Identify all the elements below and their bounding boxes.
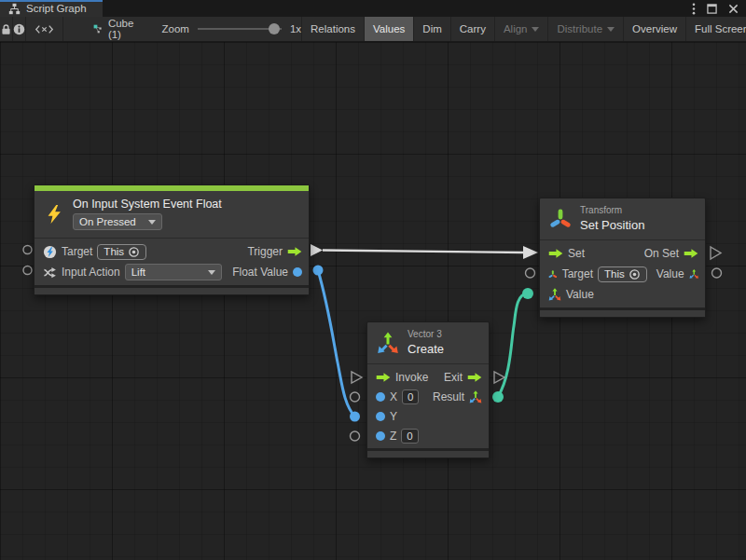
tab-active-indicator [0, 0, 103, 2]
exit-port-label: Exit [444, 371, 463, 384]
relations-button[interactable]: Relations [301, 17, 364, 41]
distribute-button[interactable]: Distribute [547, 17, 623, 41]
graph-toolbar: Cube (1) Zoom 1x Relations Values Dim Ca… [0, 17, 746, 42]
wire-floatvalue-to-y[interactable] [318, 270, 355, 417]
z-port-icon [376, 431, 385, 441]
overview-button[interactable]: Overview [623, 17, 685, 41]
target-port-label: Target [62, 245, 92, 258]
transform-target-object-button[interactable]: This [598, 266, 647, 282]
target-port-label: Target [562, 267, 593, 280]
lightning-bolt-icon [44, 204, 64, 225]
inspect-button[interactable] [13, 17, 26, 41]
zoom-control: Zoom 1x [162, 17, 302, 41]
port-event-inputaction-in[interactable] [23, 266, 32, 275]
dim-button[interactable]: Dim [413, 17, 449, 41]
invoke-port-label: Invoke [395, 371, 428, 384]
input-action-dropdown[interactable]: Lift [125, 264, 222, 280]
port-onset-out[interactable] [711, 247, 721, 259]
full-screen-button[interactable]: Full Screen [685, 17, 746, 41]
object-picker-icon [629, 268, 641, 280]
chevron-down-icon [607, 27, 615, 32]
vector3-node-title: Create [408, 342, 444, 356]
value-out-port-label: Value [656, 267, 684, 280]
zoom-slider-handle[interactable] [269, 23, 280, 34]
port-float-value-out-connected[interactable] [313, 266, 324, 276]
z-value-field[interactable]: 0 [401, 429, 418, 444]
flow-arrow-icon [684, 249, 698, 258]
wire-result-to-value[interactable] [498, 294, 528, 397]
kebab-menu-icon[interactable] [692, 3, 696, 15]
port-transform-target-in[interactable] [526, 268, 535, 278]
flow-arrow-icon [548, 249, 563, 258]
port-value-in-connected[interactable] [522, 288, 533, 299]
transform-node-title: Set Position [580, 218, 644, 232]
vector3-z-row: Z 0 [367, 426, 489, 445]
node-vector3-create[interactable]: Vector 3 Create Invoke Exit X 0 Res [366, 321, 490, 458]
transform-value-row: Value [540, 284, 705, 305]
zoom-slider[interactable] [198, 22, 282, 35]
transform-set-row: Set On Set [540, 243, 705, 264]
tab-bar: Script Graph [0, 0, 746, 17]
port-result-out-connected[interactable] [492, 391, 504, 403]
z-port-label: Z [390, 430, 396, 443]
vector3-icon [377, 332, 399, 354]
graph-canvas[interactable]: On Input System Event Float On Pressed T… [0, 42, 746, 560]
transform-node-footer [540, 307, 705, 317]
transform-node-category: Transform [580, 205, 644, 215]
vector3-port-icon [469, 390, 482, 403]
port-y-in-connected[interactable] [350, 412, 360, 422]
port-transform-value-out[interactable] [712, 268, 722, 278]
transform-node-header: Transform Set Position [540, 198, 705, 239]
graph-asset-icon [93, 22, 103, 35]
values-button[interactable]: Values [364, 17, 413, 41]
value-in-port-label: Value [566, 288, 594, 301]
float-value-port-icon [293, 267, 302, 277]
port-trigger-out-connected[interactable] [311, 244, 323, 256]
transform-node-body: Set On Set Target This Value [540, 239, 705, 307]
tab-title: Script Graph [26, 3, 87, 14]
chevron-down-icon [148, 220, 156, 225]
node-on-input-system-event-float[interactable]: On Input System Event Float On Pressed T… [34, 184, 310, 295]
transform-icon [549, 208, 572, 230]
event-target-row: Target This Trigger [35, 241, 309, 262]
port-z-in[interactable] [351, 431, 360, 441]
vector3-node-body: Invoke Exit X 0 Result Y [367, 363, 489, 448]
vector3-x-row: X 0 Result [367, 387, 489, 406]
lock-button[interactable] [0, 17, 13, 41]
event-target-object-button[interactable]: This [97, 244, 146, 260]
result-port-label: Result [433, 390, 464, 403]
tab-script-graph[interactable]: Script Graph [0, 0, 103, 17]
port-invoke-in[interactable] [352, 372, 362, 383]
transform-target-row: Target This Value [540, 264, 705, 284]
script-graph-icon [8, 3, 21, 15]
x-value-field[interactable]: 0 [402, 389, 419, 404]
window-controls [692, 0, 746, 17]
input-action-icon [43, 266, 57, 280]
vector3-port-icon [689, 267, 698, 280]
port-event-target-in[interactable] [23, 246, 32, 254]
vector3-node-footer [367, 448, 489, 458]
port-exit-out[interactable] [494, 372, 504, 383]
trigger-port-label: Trigger [247, 245, 283, 258]
on-set-port-label: On Set [644, 247, 679, 260]
carry-button[interactable]: Carry [450, 17, 494, 41]
vector3-y-row: Y [367, 406, 489, 426]
chevron-down-icon [532, 27, 539, 32]
node-transform-set-position[interactable]: Transform Set Position Set On Set Target… [539, 198, 706, 318]
wire-trigger-to-set[interactable] [323, 251, 524, 253]
close-icon[interactable] [728, 4, 739, 14]
info-icon [13, 23, 25, 35]
set-port-label: Set [568, 247, 585, 260]
align-button[interactable]: Align [494, 17, 548, 41]
graph-target-picker[interactable]: Cube (1) [63, 17, 138, 41]
vector3-port-icon [548, 288, 561, 301]
vector3-invoke-row: Invoke Exit [367, 367, 489, 387]
input-action-port-label: Input Action [62, 266, 120, 279]
flow-arrow-icon [287, 247, 302, 256]
maximize-icon[interactable] [707, 4, 717, 14]
event-mode-dropdown[interactable]: On Pressed [73, 213, 162, 230]
zoom-label: Zoom [162, 23, 189, 34]
x-port-label: X [390, 390, 397, 403]
edit-source-button[interactable] [26, 17, 63, 41]
port-x-in[interactable] [351, 392, 360, 402]
